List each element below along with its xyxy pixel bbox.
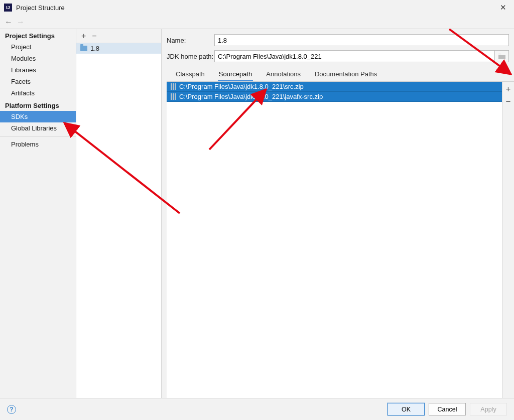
close-icon[interactable]: ✕: [496, 3, 510, 12]
nav-toolbar: ← →: [0, 15, 514, 29]
archive-icon: [171, 83, 176, 90]
sdk-list-panel: + − 1.8: [76, 29, 162, 398]
section-project-settings: Project Settings: [0, 29, 76, 41]
sidebar-item-sdks[interactable]: SDKs: [0, 111, 76, 122]
sidebar-divider: [0, 136, 76, 136]
sdk-tabs: Classpath Sourcepath Annotations Documen…: [167, 66, 514, 81]
jdk-home-label: JDK home path:: [167, 53, 214, 60]
ok-button[interactable]: OK: [388, 403, 425, 415]
sdk-list-toolbar: + −: [76, 29, 161, 43]
jdk-home-row: JDK home path:: [167, 50, 514, 62]
forward-button[interactable]: →: [16, 18, 25, 27]
sidebar-item-modules[interactable]: Modules: [0, 53, 76, 64]
app-icon: IJ: [4, 4, 12, 12]
section-platform-settings: Platform Settings: [0, 99, 76, 111]
window-title: Project Structure: [16, 4, 496, 12]
main-area: Project Settings Project Modules Librari…: [0, 29, 514, 398]
apply-button[interactable]: Apply: [470, 403, 507, 415]
remove-path-button[interactable]: −: [506, 97, 511, 106]
sdk-list: 1.8: [76, 43, 161, 398]
archive-icon: [171, 93, 176, 100]
tab-annotations[interactable]: Annotations: [265, 68, 302, 81]
tab-documentation-paths[interactable]: Documentation Paths: [314, 68, 378, 81]
sourcepath-row[interactable]: C:\Program Files\Java\jdk1.8.0_221\src.z…: [167, 82, 502, 92]
dialog-footer: ? OK Cancel Apply: [0, 398, 514, 420]
sidebar-item-libraries[interactable]: Libraries: [0, 64, 76, 76]
tab-sourcepath[interactable]: Sourcepath: [218, 68, 253, 81]
name-label: Name:: [167, 37, 214, 44]
add-sdk-button[interactable]: +: [81, 32, 86, 41]
folder-icon: [80, 46, 87, 51]
sidebar-item-artifacts[interactable]: Artifacts: [0, 87, 76, 99]
sdk-detail-panel: Name: JDK home path: Classpath Sourcepat…: [162, 29, 514, 398]
sdk-list-item[interactable]: 1.8: [76, 43, 161, 54]
name-row: Name:: [167, 34, 514, 46]
name-input[interactable]: [214, 34, 509, 46]
jdk-home-input[interactable]: [214, 50, 495, 62]
sourcepath-area: C:\Program Files\Java\jdk1.8.0_221\src.z…: [167, 81, 514, 398]
sourcepath-text: C:\Program Files\Java\jdk1.8.0_221\javaf…: [179, 93, 323, 100]
sidebar-item-facets[interactable]: Facets: [0, 76, 76, 87]
sourcepath-text: C:\Program Files\Java\jdk1.8.0_221\src.z…: [179, 83, 304, 90]
sourcepath-list: C:\Program Files\Java\jdk1.8.0_221\src.z…: [167, 82, 502, 398]
help-icon[interactable]: ?: [7, 405, 16, 414]
sidebar-item-problems[interactable]: Problems: [0, 138, 76, 150]
browse-folder-icon[interactable]: [495, 50, 509, 62]
tab-classpath[interactable]: Classpath: [175, 68, 206, 81]
sourcepath-row[interactable]: C:\Program Files\Java\jdk1.8.0_221\javaf…: [167, 92, 502, 102]
sourcepath-tools: + −: [502, 82, 514, 398]
add-path-button[interactable]: +: [506, 85, 511, 93]
remove-sdk-button[interactable]: −: [92, 32, 96, 41]
sidebar-item-global-libraries[interactable]: Global Libraries: [0, 122, 76, 134]
titlebar: IJ Project Structure ✕: [0, 0, 514, 15]
cancel-button[interactable]: Cancel: [429, 403, 466, 415]
sdk-list-item-label: 1.8: [90, 45, 99, 52]
back-button[interactable]: ←: [4, 18, 13, 27]
sidebar-item-project[interactable]: Project: [0, 41, 76, 53]
settings-sidebar: Project Settings Project Modules Librari…: [0, 29, 76, 398]
